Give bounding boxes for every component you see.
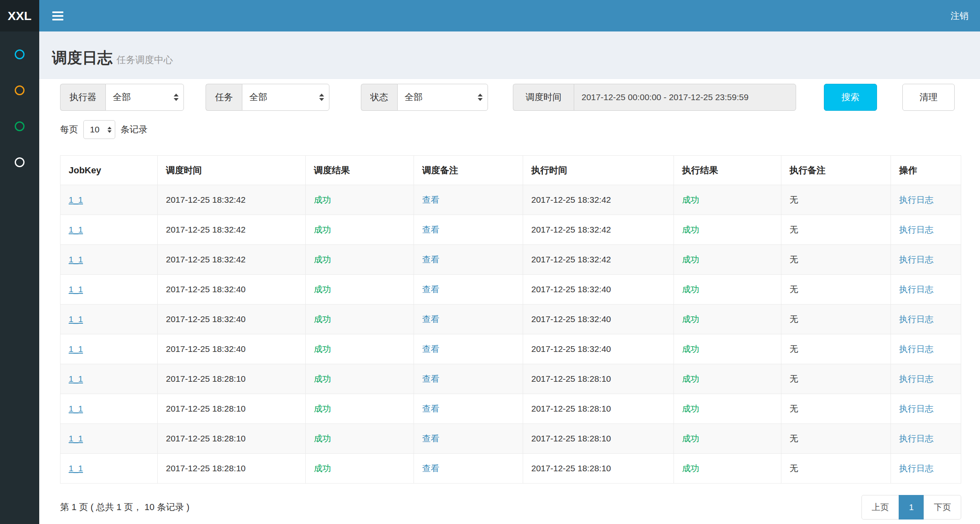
view-link[interactable]: 查看	[422, 314, 439, 324]
trigger-time-cell: 2017-12-25 18:28:10	[158, 394, 306, 424]
handle-time-cell: 2017-12-25 18:28:10	[523, 454, 674, 484]
exec-log-link[interactable]: 执行日志	[899, 374, 933, 383]
exec-log-link[interactable]: 执行日志	[899, 225, 933, 234]
table-footer: 第 1 页 ( 总共 1 页， 10 条记录 ) 上页 1 下页	[60, 495, 961, 520]
trigger-result-cell: 成功	[306, 185, 414, 215]
handle-time-cell: 2017-12-25 18:28:10	[523, 424, 674, 454]
logout-link[interactable]: 注销	[951, 10, 969, 22]
action-cell: 执行日志	[891, 275, 961, 305]
page-size-prefix-label: 每页	[60, 123, 78, 136]
table-row: 1_1 2017-12-25 18:28:10 成功 查看 2017-12-25…	[60, 394, 961, 424]
executor-select[interactable]: 全部	[105, 84, 184, 111]
sidebar-item-3[interactable]	[13, 120, 26, 133]
select-spinner-icon	[107, 127, 112, 133]
trigger-msg-cell: 查看	[414, 424, 523, 454]
handle-result-cell: 成功	[674, 245, 781, 275]
job-select-value: 全部	[249, 91, 267, 103]
table-row: 1_1 2017-12-25 18:28:10 成功 查看 2017-12-25…	[60, 454, 961, 484]
select-spinner-icon	[319, 94, 324, 101]
trigger-time-cell: 2017-12-25 18:28:10	[158, 364, 306, 394]
sidebar-item-1[interactable]	[13, 48, 26, 61]
view-link[interactable]: 查看	[422, 434, 439, 443]
trigger-time-cell: 2017-12-25 18:28:10	[158, 454, 306, 484]
handle-time-cell: 2017-12-25 18:32:40	[523, 275, 674, 305]
exec-log-link[interactable]: 执行日志	[899, 284, 933, 294]
status-select[interactable]: 全部	[397, 84, 488, 111]
jobkey-link[interactable]: 1_1	[69, 284, 83, 294]
view-link[interactable]: 查看	[422, 374, 439, 383]
jobkey-link[interactable]: 1_1	[69, 344, 83, 354]
page-1-button[interactable]: 1	[899, 495, 924, 520]
sidebar-item-4[interactable]	[13, 156, 26, 169]
brand-logo[interactable]: XXL	[0, 0, 39, 31]
exec-log-link[interactable]: 执行日志	[899, 344, 933, 354]
pagination: 上页 1 下页	[861, 495, 961, 520]
sidebar-toggle-icon[interactable]	[52, 11, 63, 20]
exec-log-link[interactable]: 执行日志	[899, 314, 933, 324]
action-cell: 执行日志	[891, 334, 961, 364]
view-link[interactable]: 查看	[422, 464, 439, 473]
sidebar-item-2[interactable]	[13, 84, 26, 97]
status-select-value: 全部	[405, 91, 423, 103]
page-title: 调度日志	[52, 49, 112, 66]
view-link[interactable]: 查看	[422, 225, 439, 234]
exec-log-link[interactable]: 执行日志	[899, 195, 933, 204]
handle-time-cell: 2017-12-25 18:32:40	[523, 305, 674, 334]
jobkey-link[interactable]: 1_1	[69, 195, 83, 204]
table-row: 1_1 2017-12-25 18:32:40 成功 查看 2017-12-25…	[60, 275, 961, 305]
jobkey-link[interactable]: 1_1	[69, 255, 83, 264]
trigger-msg-cell: 查看	[414, 305, 523, 334]
status-filter-group: 状态 全部	[361, 84, 488, 111]
next-page-button[interactable]: 下页	[924, 495, 961, 520]
top-navbar: XXL 注销	[0, 0, 980, 31]
jobkey-cell: 1_1	[60, 305, 158, 334]
jobkey-link[interactable]: 1_1	[69, 434, 83, 443]
page-size-suffix-label: 条记录	[121, 123, 148, 136]
trigger-result-cell: 成功	[306, 275, 414, 305]
col-action: 操作	[891, 156, 961, 185]
action-cell: 执行日志	[891, 185, 961, 215]
prev-page-button[interactable]: 上页	[861, 495, 899, 520]
exec-log-link[interactable]: 执行日志	[899, 464, 933, 473]
clear-button[interactable]: 清理	[902, 84, 955, 111]
handle-result-cell: 成功	[674, 454, 781, 484]
view-link[interactable]: 查看	[422, 404, 439, 413]
circle-o-icon	[15, 85, 25, 95]
page-size-select[interactable]: 10	[83, 120, 115, 139]
jobkey-link[interactable]: 1_1	[69, 464, 83, 473]
view-link[interactable]: 查看	[422, 255, 439, 264]
jobkey-link[interactable]: 1_1	[69, 404, 83, 413]
jobkey-link[interactable]: 1_1	[69, 225, 83, 234]
job-select[interactable]: 全部	[242, 84, 329, 111]
view-link[interactable]: 查看	[422, 284, 439, 294]
view-link[interactable]: 查看	[422, 344, 439, 354]
circle-o-icon	[15, 121, 25, 131]
handle-result-cell: 成功	[674, 394, 781, 424]
jobkey-cell: 1_1	[60, 245, 158, 275]
action-cell: 执行日志	[891, 305, 961, 334]
dispatch-log-table: JobKey 调度时间 调度结果 调度备注 执行时间 执行结果 执行备注 操作	[60, 155, 961, 484]
trigger-time-cell: 2017-12-25 18:32:40	[158, 305, 306, 334]
search-button[interactable]: 搜索	[824, 84, 877, 111]
sidebar	[0, 31, 39, 524]
exec-log-link[interactable]: 执行日志	[899, 404, 933, 413]
table-row: 1_1 2017-12-25 18:32:42 成功 查看 2017-12-25…	[60, 245, 961, 275]
handle-msg-cell: 无	[781, 275, 891, 305]
exec-log-link[interactable]: 执行日志	[899, 255, 933, 264]
trigger-msg-cell: 查看	[414, 245, 523, 275]
handle-msg-cell: 无	[781, 364, 891, 394]
status-label: 状态	[361, 84, 397, 111]
jobkey-cell: 1_1	[60, 394, 158, 424]
trigger-time-cell: 2017-12-25 18:32:40	[158, 334, 306, 364]
trigger-time-range-input[interactable]: 2017-12-25 00:00:00 - 2017-12-25 23:59:5…	[574, 84, 796, 111]
jobkey-link[interactable]: 1_1	[69, 374, 83, 383]
job-filter-group: 任务 全部	[206, 84, 329, 111]
exec-log-link[interactable]: 执行日志	[899, 434, 933, 443]
circle-o-icon	[15, 49, 25, 59]
trigger-result-cell: 成功	[306, 454, 414, 484]
time-filter-group: 调度时间 2017-12-25 00:00:00 - 2017-12-25 23…	[513, 84, 796, 111]
handle-result-cell: 成功	[674, 334, 781, 364]
jobkey-link[interactable]: 1_1	[69, 314, 83, 324]
jobkey-cell: 1_1	[60, 454, 158, 484]
view-link[interactable]: 查看	[422, 195, 439, 204]
